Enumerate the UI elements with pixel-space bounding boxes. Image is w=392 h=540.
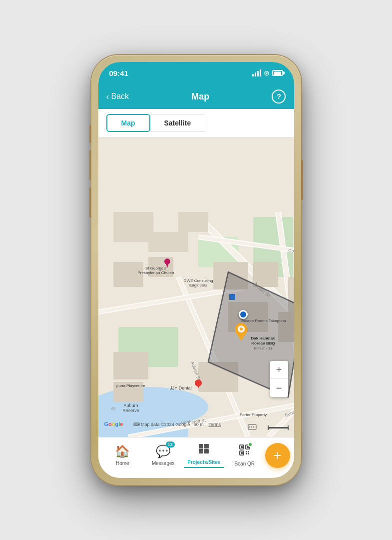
battery-icon [272,70,283,76]
messages-icon: 💬 13 [156,444,171,458]
nav-bar: ‹ Back Map ? [98,84,294,109]
svg-rect-86 [199,444,203,448]
wifi-icon: ⊛ [264,69,270,77]
map-copyright: Map data ©2024 Google [141,422,190,427]
status-icons: ⊛ [252,69,283,77]
scan-status-dot [248,442,253,447]
messages-badge: 13 [166,442,175,448]
page-title: Map [191,92,209,102]
svg-rect-97 [248,451,249,452]
screen-content: 09:41 ⊛ ‹ Ba [98,62,294,478]
svg-rect-99 [248,453,249,454]
svg-rect-87 [204,444,209,448]
svg-rect-88 [199,449,203,454]
back-chevron-icon: ‹ [106,92,109,102]
bottom-nav: 🏠 Home 💬 13 Messages [98,437,294,477]
zoom-in-button[interactable]: + [270,361,288,379]
status-time: 09:41 [109,69,128,78]
back-label: Back [111,92,129,101]
svg-rect-96 [246,451,247,452]
fab-icon: + [273,448,281,464]
nav-item-projects[interactable]: Projects/Sites [184,442,225,468]
nav-item-scan-qr[interactable]: Scan QR [224,444,265,466]
map-data-info: ⌨ Map data ©2024 Google 50 m Terms [133,422,221,427]
signal-icon [252,70,261,76]
map-background [98,137,294,437]
phone-screen: 09:41 ⊛ ‹ Ba [98,62,294,478]
projects-label: Projects/Sites [187,460,220,465]
scan-qr-icon [239,444,251,459]
volume-down-button[interactable] [89,188,91,218]
help-button[interactable]: ? [272,90,286,104]
phone-wrapper: 09:41 ⊛ ‹ Ba [91,55,301,485]
fab-add-button[interactable]: + [265,443,290,468]
projects-icon [198,442,210,458]
map-toggle-button[interactable]: Map [106,114,150,132]
map-area[interactable]: Anzac St Auburn St Northcroft St Buns Av… [98,137,294,437]
back-button[interactable]: ‹ Back [106,92,129,102]
svg-rect-95 [241,452,243,454]
help-icon: ? [277,92,281,100]
nav-item-messages[interactable]: 💬 13 Messages [143,444,184,466]
google-branding: Google [104,421,123,427]
mute-button[interactable] [89,125,91,143]
map-scale: 50 m [194,422,204,427]
svg-rect-89 [204,449,209,454]
orange-pin-marker [234,322,248,341]
volume-up-button[interactable] [89,150,91,180]
map-toggle-bar: Map Satellite [98,109,294,137]
svg-rect-93 [241,446,243,448]
scan-label: Scan QR [234,461,255,466]
svg-rect-98 [246,453,247,454]
keyboard-icon: ⌨ [133,422,140,427]
nav-item-home[interactable]: 🏠 Home [102,444,143,466]
messages-label: Messages [152,460,175,466]
map-terms: Terms [209,422,221,427]
map-zoom-controls: + − [270,361,288,397]
svg-point-84 [240,328,243,330]
blue-location-marker [239,310,248,319]
home-icon: 🏠 [115,444,130,458]
satellite-toggle-button[interactable]: Satellite [150,114,206,132]
zoom-out-button[interactable]: − [270,379,288,397]
status-bar: 09:41 ⊛ [98,62,294,84]
power-button[interactable] [301,160,303,200]
home-label: Home [116,460,129,466]
google-logo: Google [104,421,123,427]
